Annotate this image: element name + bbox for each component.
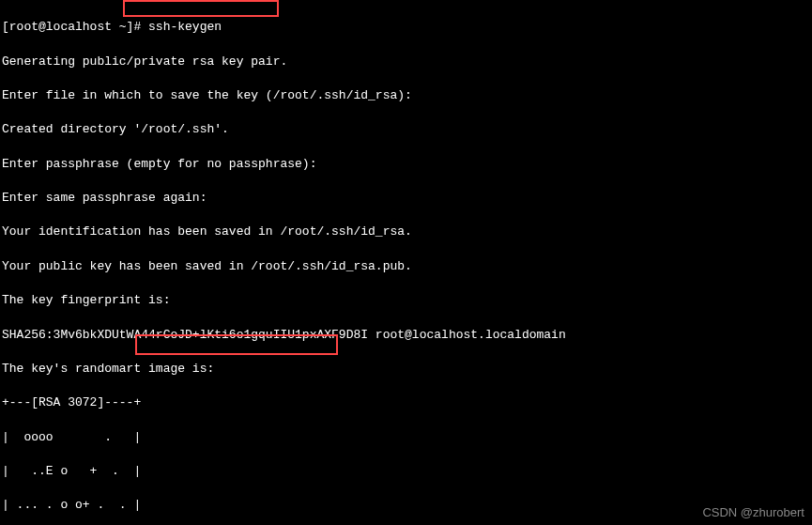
terminal-line: The key's randomart image is: bbox=[2, 361, 810, 378]
terminal-line: The key fingerprint is: bbox=[2, 292, 810, 309]
randomart-row: | ..E o + . | bbox=[2, 463, 810, 480]
terminal-line: [root@localhost ~]# ssh-keygen bbox=[2, 19, 810, 36]
command-ssh-keygen: ssh-keygen bbox=[148, 20, 222, 34]
terminal-line: Generating public/private rsa key pair. bbox=[2, 54, 810, 70]
terminal-line: Created directory '/root/.ssh'. bbox=[2, 121, 810, 138]
terminal-line: SHA256:3Mv6bkXDUtWA44rCoJD+lKti6o1gquIIU… bbox=[2, 327, 810, 344]
terminal-line: Your identification has been saved in /r… bbox=[2, 224, 810, 240]
shell-prompt: [root@localhost ~]# bbox=[2, 20, 148, 34]
randomart-row: | oooo . | bbox=[2, 429, 810, 446]
terminal-line: Enter file in which to save the key (/ro… bbox=[2, 87, 810, 104]
terminal-line: Enter passphrase (empty for no passphras… bbox=[2, 156, 810, 173]
watermark: CSDN @zhurobert bbox=[702, 504, 804, 521]
terminal-line: Enter same passphrase again: bbox=[2, 190, 810, 207]
randomart-row: | ... . o o+ . . | bbox=[2, 497, 810, 514]
randomart-border: +---[RSA 3072]----+ bbox=[2, 394, 810, 411]
terminal-output: [root@localhost ~]# ssh-keygen Generatin… bbox=[2, 2, 810, 525]
terminal-line: Your public key has been saved in /root/… bbox=[2, 258, 810, 275]
